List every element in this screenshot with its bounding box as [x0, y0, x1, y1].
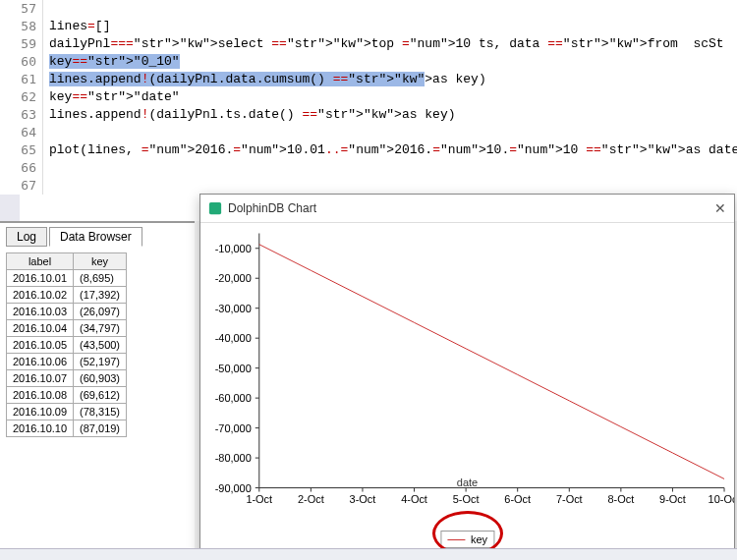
code-content[interactable]: lines=[] dailyPnl==="str">"kw">select ==… [20, 0, 737, 195]
chart-legend: key [440, 531, 494, 548]
tab-log[interactable]: Log [6, 227, 47, 247]
svg-text:1-Oct: 1-Oct [246, 494, 272, 506]
table-row[interactable]: 2016.10.04(34,797) [7, 320, 127, 337]
svg-text:-70,000: -70,000 [215, 422, 252, 434]
app-icon [208, 201, 222, 215]
svg-text:-30,000: -30,000 [215, 303, 252, 314]
chart-window: DolphinDB Chart ✕ -10,000-20,000-30,000-… [199, 194, 735, 557]
svg-text:-50,000: -50,000 [215, 363, 252, 374]
chart-plot: -10,000-20,000-30,000-40,000-50,000-60,0… [200, 223, 734, 518]
svg-text:-80,000: -80,000 [215, 452, 252, 464]
svg-text:-90,000: -90,000 [215, 482, 252, 494]
table-row[interactable]: 2016.10.08(69,612) [7, 387, 127, 404]
svg-text:10-Oct: 10-Oct [709, 494, 734, 506]
svg-text:4-Oct: 4-Oct [401, 494, 427, 506]
svg-text:-60,000: -60,000 [215, 392, 252, 404]
svg-text:3-Oct: 3-Oct [350, 494, 376, 506]
svg-text:-40,000: -40,000 [215, 332, 252, 344]
svg-text:7-Oct: 7-Oct [556, 494, 583, 506]
table-row[interactable]: 2016.10.06(52,197) [7, 354, 127, 370]
code-editor[interactable]: 5758596061626364656667 lines=[] dailyPnl… [0, 0, 737, 221]
table-row[interactable]: 2016.10.10(87,019) [7, 420, 127, 437]
svg-text:5-Oct: 5-Oct [453, 494, 480, 506]
svg-text:6-Oct: 6-Oct [504, 494, 531, 506]
table-row[interactable]: 2016.10.07(60,903) [7, 370, 127, 387]
table-row[interactable]: 2016.10.05(43,500) [7, 337, 127, 354]
chart-titlebar[interactable]: DolphinDB Chart ✕ [200, 195, 734, 223]
legend-swatch-icon [447, 539, 465, 540]
col-label: label [7, 253, 74, 270]
line-number-gutter: 5758596061626364656667 [0, 0, 43, 195]
table-row[interactable]: 2016.10.02(17,392) [7, 287, 127, 304]
close-icon[interactable]: ✕ [714, 200, 726, 216]
svg-text:8-Oct: 8-Oct [607, 494, 634, 506]
status-bar [0, 548, 737, 560]
legend-label: key [471, 533, 487, 545]
col-key: key [74, 253, 127, 270]
tab-data-browser[interactable]: Data Browser [49, 227, 142, 247]
svg-text:-10,000: -10,000 [215, 243, 252, 254]
svg-text:9-Oct: 9-Oct [659, 494, 686, 506]
svg-rect-0 [209, 202, 221, 214]
table-row[interactable]: 2016.10.09(78,315) [7, 404, 127, 420]
svg-text:2-Oct: 2-Oct [298, 494, 324, 506]
data-panel: Log Data Browser labelkey 2016.10.01(8,6… [0, 221, 195, 560]
table-row[interactable]: 2016.10.03(26,097) [7, 304, 127, 320]
svg-text:-20,000: -20,000 [215, 272, 252, 284]
chart-window-title: DolphinDB Chart [228, 201, 316, 215]
data-browser-table: labelkey 2016.10.01(8,695)2016.10.02(17,… [6, 252, 127, 437]
panel-tabs: Log Data Browser [6, 227, 189, 247]
chart-xlabel: date [457, 476, 478, 488]
table-row[interactable]: 2016.10.01(8,695) [7, 270, 127, 287]
chart-svg: -10,000-20,000-30,000-40,000-50,000-60,0… [200, 223, 734, 518]
